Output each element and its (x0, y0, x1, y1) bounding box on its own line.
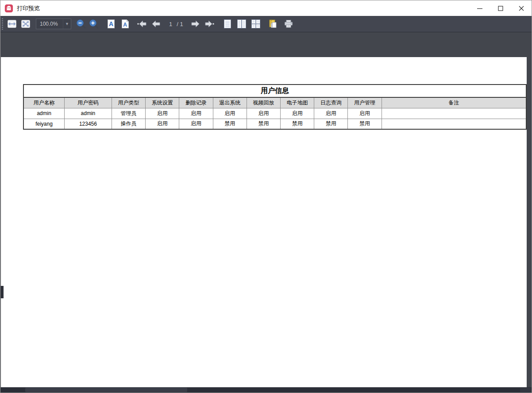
next-page-button[interactable] (189, 18, 201, 30)
column-header: 用户类型 (112, 97, 145, 108)
column-header: 用户管理 (348, 97, 382, 108)
table-cell: 操作员 (112, 119, 145, 129)
toolbar-grip[interactable] (2, 18, 3, 30)
next-page-icon (189, 19, 201, 29)
maximize-icon (497, 5, 504, 12)
column-header: 系统设置 (146, 97, 179, 108)
column-header: 视频回放 (247, 97, 280, 108)
chevron-down-icon: ▼ (63, 19, 71, 29)
font-icon: A (106, 19, 116, 29)
two-page-icon (236, 19, 247, 29)
table-title: 用户信息 (23, 85, 526, 97)
table-cell: 禁用 (314, 119, 348, 129)
horizontal-scrollbar[interactable] (0, 387, 532, 393)
prev-page-icon (150, 19, 162, 29)
horizontal-scrollbar-thumb[interactable] (25, 388, 187, 392)
titlebar: 打印预览 (0, 0, 532, 16)
page-current: 1 (169, 21, 172, 27)
four-page-layout-button[interactable] (250, 18, 262, 30)
table-row: feiyang123456操作员启用启用禁用禁用禁用禁用禁用 (23, 119, 526, 129)
table-cell: 启用 (146, 108, 179, 119)
page-setup-icon (268, 19, 279, 29)
first-page-icon (136, 19, 148, 29)
minimize-button[interactable] (469, 0, 490, 16)
column-header: 电子地图 (281, 97, 314, 108)
zoom-in-button[interactable] (88, 18, 100, 30)
table-cell: 启用 (281, 108, 314, 119)
table-cell: 123456 (64, 119, 112, 129)
column-header: 日志查询 (314, 97, 348, 108)
fit-width-icon (7, 19, 17, 29)
table-cell: 启用 (348, 108, 382, 119)
table-cell: 管理员 (112, 108, 145, 119)
two-page-layout-button[interactable] (236, 18, 247, 30)
table-cell (382, 108, 526, 119)
svg-text:A: A (109, 20, 113, 27)
column-header: 用户密码 (64, 97, 112, 108)
table-cell: 启用 (179, 108, 213, 119)
table-cell: 启用 (213, 108, 247, 119)
preview-area: 用户信息用户名称用户密码用户类型系统设置删除记录退出系统视频回放电子地图日志查询… (0, 32, 532, 393)
fit-width-button[interactable] (6, 18, 18, 30)
print-icon (283, 19, 294, 29)
print-button[interactable] (283, 18, 294, 30)
table-cell: 禁用 (348, 119, 382, 129)
table-cell: 禁用 (213, 119, 247, 129)
print-preview-window: 打印预览 (0, 0, 532, 393)
table-cell: 启用 (247, 108, 280, 119)
svg-text:A: A (123, 22, 127, 28)
zoom-in-icon (89, 19, 99, 29)
scrollbar-corner (520, 388, 531, 392)
toolbar: 100.0% ▼ A (0, 16, 532, 32)
minimize-icon (477, 5, 483, 12)
app-icon (4, 4, 13, 13)
column-header: 退出系统 (213, 97, 247, 108)
table-cell: 启用 (314, 108, 348, 119)
single-page-layout-button[interactable] (222, 18, 233, 30)
table-cell: 禁用 (247, 119, 280, 129)
zoom-select[interactable]: 100.0% ▼ (36, 19, 71, 29)
document-page: 用户信息用户名称用户密码用户类型系统设置删除记录退出系统视频回放电子地图日志查询… (1, 57, 527, 387)
font-page-button[interactable]: A (120, 18, 131, 30)
maximize-button[interactable] (490, 0, 511, 16)
close-button[interactable] (511, 0, 532, 16)
font-button[interactable]: A (105, 18, 117, 30)
page-indicator: 1 / 1 (162, 21, 185, 27)
column-header: 用户名称 (23, 97, 64, 108)
zoom-out-icon (76, 19, 86, 29)
vertical-scrollbar-thumb[interactable] (0, 286, 4, 298)
first-page-button[interactable] (136, 18, 148, 30)
four-page-icon (251, 19, 261, 29)
column-header: 删除记录 (179, 97, 213, 108)
page-setup-button[interactable] (268, 18, 279, 30)
page-total: / 1 (177, 21, 183, 27)
table-header-row: 用户名称用户密码用户类型系统设置删除记录退出系统视频回放电子地图日志查询用户管理… (23, 97, 526, 108)
table-row: adminadmin管理员启用启用启用启用启用启用启用 (23, 108, 526, 119)
fit-page-icon (20, 19, 31, 29)
table-cell: admin (23, 108, 64, 119)
zoom-value: 100.0% (36, 21, 63, 27)
prev-page-button[interactable] (150, 18, 162, 30)
table-cell: 禁用 (281, 119, 314, 129)
font-page-icon: A (120, 19, 131, 29)
single-page-icon (222, 19, 233, 29)
table-cell: 启用 (146, 119, 179, 129)
table-cell: feiyang (23, 119, 64, 129)
fit-page-button[interactable] (20, 18, 31, 30)
user-table: 用户信息用户名称用户密码用户类型系统设置删除记录退出系统视频回放电子地图日志查询… (23, 84, 527, 130)
zoom-out-button[interactable] (75, 18, 87, 30)
window-title: 打印预览 (17, 4, 40, 12)
table-cell: admin (64, 108, 112, 119)
close-icon (518, 5, 524, 12)
last-page-button[interactable] (204, 18, 215, 30)
last-page-icon (204, 19, 215, 29)
table-cell (382, 119, 526, 129)
column-header: 备注 (382, 97, 526, 108)
table-cell: 启用 (179, 119, 213, 129)
